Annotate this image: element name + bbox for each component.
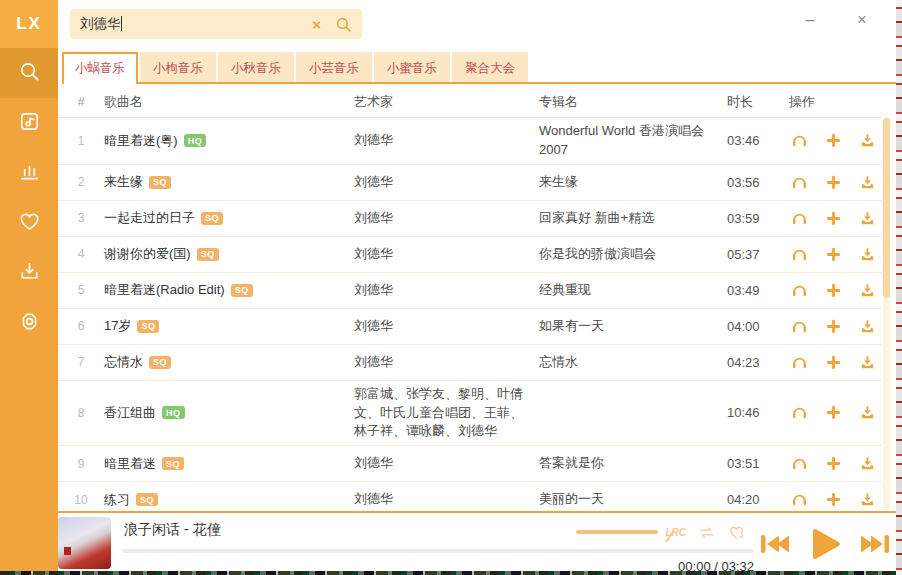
source-tab[interactable]: 聚合大会 xyxy=(452,52,528,82)
song-duration: 03:49 xyxy=(727,283,789,298)
add-to-playlist-icon[interactable] xyxy=(825,318,842,335)
song-name: 忘情水SQ xyxy=(104,353,354,371)
song-duration: 03:51 xyxy=(727,456,789,471)
song-artist: 刘德华 xyxy=(354,169,539,196)
source-tab[interactable]: 小蜜音乐 xyxy=(374,52,450,82)
play-listen-icon[interactable] xyxy=(791,318,808,335)
song-duration: 05:37 xyxy=(727,247,789,262)
play-listen-icon[interactable] xyxy=(791,210,808,227)
sidebar-item-favorites[interactable] xyxy=(0,198,58,248)
album-art[interactable] xyxy=(58,517,111,569)
song-artist: 刘德华 xyxy=(354,450,539,477)
song-name: 香江组曲HQ xyxy=(104,404,354,422)
song-artist: 刘德华 xyxy=(354,127,539,154)
download-song-icon[interactable] xyxy=(859,282,876,299)
settings-icon xyxy=(18,310,41,337)
sidebar-item-ranking[interactable] xyxy=(0,148,58,198)
add-to-playlist-icon[interactable] xyxy=(825,132,842,149)
quality-badge: HQ xyxy=(162,406,185,419)
source-tab[interactable]: 小秋音乐 xyxy=(218,52,294,82)
play-listen-icon[interactable] xyxy=(791,282,808,299)
download-song-icon[interactable] xyxy=(859,491,876,508)
source-tab[interactable]: 小枸音乐 xyxy=(140,52,216,82)
play-listen-icon[interactable] xyxy=(791,404,808,421)
clear-search-icon[interactable]: × xyxy=(312,17,321,32)
table-row[interactable]: 10 练习SQ 刘德华 美丽的一天 04:20 xyxy=(58,482,882,512)
add-to-playlist-icon[interactable] xyxy=(825,455,842,472)
vertical-scrollbar[interactable] xyxy=(883,118,890,510)
download-song-icon[interactable] xyxy=(859,174,876,191)
next-track-button[interactable] xyxy=(860,530,892,558)
table-row[interactable]: 7 忘情水SQ 刘德华 忘情水 04:23 xyxy=(58,345,882,381)
desktop-edge xyxy=(896,0,902,575)
song-album: 美丽的一天 xyxy=(539,486,727,512)
song-index: 6 xyxy=(58,319,104,333)
add-to-playlist-icon[interactable] xyxy=(825,404,842,421)
table-row[interactable]: 5 暗里着迷(Radio Edit)SQ 刘德华 经典重现 03:49 xyxy=(58,273,882,309)
quality-badge: SQ xyxy=(162,457,184,470)
table-row[interactable]: 4 谢谢你的爱(国)SQ 刘德华 你是我的骄傲演唱会 05:37 xyxy=(58,237,882,273)
table-row[interactable]: 1 暗里着迷(粤)HQ 刘德华 Wonderful World 香港演唱会 20… xyxy=(58,118,882,165)
song-album: 忘情水 xyxy=(539,349,727,376)
add-to-playlist-icon[interactable] xyxy=(825,354,842,371)
table-row[interactable]: 2 来生缘SQ 刘德华 来生缘 03:56 xyxy=(58,165,882,201)
add-to-playlist-icon[interactable] xyxy=(825,174,842,191)
volume-slider[interactable] xyxy=(576,530,658,534)
download-song-icon[interactable] xyxy=(859,318,876,335)
progress-bar[interactable] xyxy=(122,549,754,553)
song-duration: 04:20 xyxy=(727,492,789,507)
table-row[interactable]: 9 暗里着迷SQ 刘德华 答案就是你 03:51 xyxy=(58,446,882,482)
now-playing-title[interactable]: 浪子闲话 - 花僮 xyxy=(124,521,220,539)
add-to-playlist-icon[interactable] xyxy=(825,282,842,299)
play-listen-icon[interactable] xyxy=(791,174,808,191)
playlist-icon xyxy=(18,110,41,137)
player-bar: 浪子闲话 - 花僮 LRC 00:00 / 03:32 xyxy=(58,511,896,571)
source-tab[interactable]: 小蜗音乐 xyxy=(62,52,138,82)
song-duration: 03:59 xyxy=(727,211,789,226)
play-button[interactable] xyxy=(808,527,842,561)
sidebar-item-playlist[interactable] xyxy=(0,98,58,148)
add-to-playlist-icon[interactable] xyxy=(825,246,842,263)
play-listen-icon[interactable] xyxy=(791,354,808,371)
sidebar-item-settings[interactable] xyxy=(0,298,58,348)
search-input[interactable]: 刘德华 × xyxy=(70,9,362,39)
repeat-mode-icon[interactable] xyxy=(697,523,716,542)
download-song-icon[interactable] xyxy=(859,404,876,421)
table-row[interactable]: 6 17岁SQ 刘德华 如果有一天 04:00 xyxy=(58,309,882,345)
sidebar-item-search[interactable] xyxy=(0,48,58,98)
song-duration: 04:23 xyxy=(727,355,789,370)
song-artist: 郭富城、张学友、黎明、叶倩文、叶氏儿童合唱团、王菲、林子祥、谭咏麟、刘德华 xyxy=(354,381,539,446)
play-listen-icon[interactable] xyxy=(791,491,808,508)
table-row[interactable]: 3 一起走过的日子SQ 刘德华 回家真好 新曲+精选 03:59 xyxy=(58,201,882,237)
download-song-icon[interactable] xyxy=(859,246,876,263)
download-song-icon[interactable] xyxy=(859,132,876,149)
app-window: LX 刘德华 × – × 小蜗音乐小枸音乐小秋音乐小芸音 xyxy=(0,0,896,571)
add-to-playlist-icon[interactable] xyxy=(825,491,842,508)
play-listen-icon[interactable] xyxy=(791,246,808,263)
download-song-icon[interactable] xyxy=(859,354,876,371)
song-album: Wonderful World 香港演唱会 2007 xyxy=(539,118,727,164)
song-index: 3 xyxy=(58,211,104,225)
play-listen-icon[interactable] xyxy=(791,132,808,149)
close-button[interactable]: × xyxy=(836,0,888,40)
desktop-edge xyxy=(0,571,902,575)
favorite-sync-icon[interactable] xyxy=(727,523,746,542)
play-listen-icon[interactable] xyxy=(791,455,808,472)
source-tab[interactable]: 小芸音乐 xyxy=(296,52,372,82)
col-duration: 时长 xyxy=(727,93,789,111)
song-index: 1 xyxy=(58,134,104,148)
add-to-playlist-icon[interactable] xyxy=(825,210,842,227)
table-row[interactable]: 8 香江组曲HQ 郭富城、张学友、黎明、叶倩文、叶氏儿童合唱团、王菲、林子祥、谭… xyxy=(58,381,882,447)
quality-badge: HQ xyxy=(184,134,207,147)
song-album: 答案就是你 xyxy=(539,450,727,477)
search-submit-icon[interactable] xyxy=(335,16,352,33)
scrollbar-thumb[interactable] xyxy=(883,118,890,298)
download-song-icon[interactable] xyxy=(859,455,876,472)
lyrics-toggle-icon[interactable]: LRC xyxy=(665,527,686,538)
song-index: 10 xyxy=(58,493,104,507)
minimize-button[interactable]: – xyxy=(784,0,836,40)
sidebar-item-download[interactable] xyxy=(0,248,58,298)
download-song-icon[interactable] xyxy=(859,210,876,227)
previous-track-button[interactable] xyxy=(758,530,790,558)
song-index: 4 xyxy=(58,247,104,261)
